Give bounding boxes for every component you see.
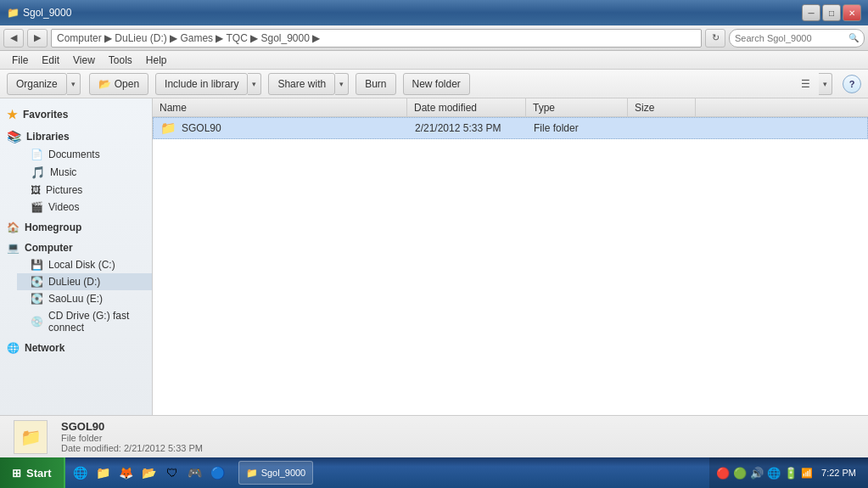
drive-d-icon: 💽 xyxy=(31,276,43,288)
start-button[interactable]: ⊞ Start xyxy=(0,457,65,488)
sidebar-network[interactable]: 🌐 Network xyxy=(0,339,152,356)
burn-button[interactable]: Burn xyxy=(356,73,395,95)
music-icon: 🎵 xyxy=(31,165,45,179)
content-area: Name Date modified Type Size 📁 SGOL90 2/… xyxy=(153,98,868,415)
col-name-header[interactable]: Name xyxy=(153,98,407,116)
refresh-button[interactable]: ↻ xyxy=(705,29,725,48)
window-icon: 📁 xyxy=(7,7,20,19)
organize-dropdown[interactable]: ▾ xyxy=(67,73,81,95)
sidebar-favorites[interactable]: ★ Favorites xyxy=(0,105,152,124)
documents-label: Documents xyxy=(48,149,100,160)
sidebar-item-drive-d[interactable]: 💽 DuLieu (D:) xyxy=(17,273,152,290)
address-path[interactable]: Computer ▶ DuLieu (D:) ▶ Games ▶ TQC ▶ S… xyxy=(51,29,702,48)
search-box[interactable]: 🔍 xyxy=(729,29,865,48)
include-in-library-button[interactable]: Include in library xyxy=(155,73,248,95)
col-type-header[interactable]: Type xyxy=(526,98,628,116)
open-button[interactable]: 📂 Open xyxy=(89,73,148,95)
sidebar-item-drive-e[interactable]: 💽 SaoLuu (E:) xyxy=(17,290,152,307)
include-label: Include in library xyxy=(165,78,238,90)
minimize-button[interactable]: ─ xyxy=(802,4,820,21)
taskbar: ⊞ Start 🌐 📁 🦊 📂 🛡 🎮 🔵 📁 Sgol_9000 🔴 🟢 🔊 … xyxy=(0,457,868,488)
app6-button[interactable]: 🎮 xyxy=(185,463,205,483)
menu-view[interactable]: View xyxy=(66,53,102,68)
sidebar-homegroup[interactable]: 🏠 Homegroup xyxy=(0,219,152,236)
sidebar-item-drive-c[interactable]: 💾 Local Disk (C:) xyxy=(17,256,152,273)
sidebar-libraries[interactable]: 📚 Libraries xyxy=(0,127,152,146)
taskbar-active-window[interactable]: 📁 Sgol_9000 xyxy=(238,461,314,485)
libraries-sub: 📄 Documents 🎵 Music 🖼 Pictures 🎬 Videos xyxy=(0,146,152,216)
close-button[interactable]: ✕ xyxy=(843,4,861,21)
status-bar: 📁 SGOL90 File folder Date modified: 2/21… xyxy=(0,415,868,457)
star-icon: ★ xyxy=(7,108,18,121)
table-row[interactable]: 📁 SGOL90 2/21/2012 5:33 PM File folder xyxy=(153,117,868,139)
menu-help[interactable]: Help xyxy=(139,53,174,68)
firefox-button[interactable]: 🦊 xyxy=(116,463,137,483)
view-toggle-button[interactable]: ☰ xyxy=(795,74,815,94)
col-date-header[interactable]: Date modified xyxy=(407,98,526,116)
ie-button[interactable]: 🌐 xyxy=(70,463,91,483)
sidebar-computer[interactable]: 💻 Computer xyxy=(0,239,152,256)
windows-icon: ⊞ xyxy=(12,467,21,480)
view-dropdown[interactable]: ▾ xyxy=(819,73,832,95)
status-item-modified: Date modified: 2/21/2012 5:33 PM xyxy=(61,443,203,453)
address-bar: ◀ ▶ Computer ▶ DuLieu (D:) ▶ Games ▶ TQC… xyxy=(0,25,868,51)
folder2-button[interactable]: 📂 xyxy=(139,463,160,483)
status-thumbnail: 📁 xyxy=(14,420,48,454)
toolbar: Organize ▾ 📂 Open Include in library ▾ S… xyxy=(0,70,868,98)
homegroup-icon: 🏠 xyxy=(7,222,20,233)
music-label: Music xyxy=(50,166,76,178)
network-label: Network xyxy=(25,342,64,354)
app5-button[interactable]: 🛡 xyxy=(162,463,182,483)
app7-button[interactable]: 🔵 xyxy=(208,463,228,483)
sidebar-item-music[interactable]: 🎵 Music xyxy=(17,163,152,182)
new-folder-button[interactable]: New folder xyxy=(403,73,470,95)
pictures-icon: 🖼 xyxy=(31,184,41,196)
menu-bar: File Edit View Tools Help xyxy=(0,51,868,70)
sidebar-item-videos[interactable]: 🎬 Videos xyxy=(17,199,152,216)
system-tray: 🔴 🟢 🔊 🌐 🔋 📶 7:22 PM xyxy=(709,457,868,488)
maximize-button[interactable]: □ xyxy=(822,4,841,21)
explorer-button[interactable]: 📁 xyxy=(93,463,114,483)
file-type-cell: File folder xyxy=(527,122,629,134)
drive-e-icon: 💽 xyxy=(31,293,43,305)
modified-value: 2/21/2012 5:33 PM xyxy=(124,443,203,453)
search-input[interactable] xyxy=(735,33,848,43)
sidebar: ★ Favorites 📚 Libraries 📄 Documents 🎵 Mu… xyxy=(0,98,153,415)
forward-button[interactable]: ▶ xyxy=(27,29,48,48)
file-name: SGOL90 xyxy=(182,122,221,134)
include-dropdown[interactable]: ▾ xyxy=(248,73,261,95)
organize-label: Organize xyxy=(16,78,58,90)
file-name-cell: 📁 SGOL90 xyxy=(154,121,408,136)
menu-file[interactable]: File xyxy=(5,53,35,68)
menu-edit[interactable]: Edit xyxy=(35,53,66,68)
drive-d-label: DuLieu (D:) xyxy=(48,276,100,288)
col-size-header[interactable]: Size xyxy=(628,98,696,116)
tray-icon-5[interactable]: 🔋 xyxy=(784,467,798,480)
computer-label: Computer xyxy=(25,242,73,254)
window-controls: ─ □ ✕ xyxy=(802,4,861,21)
sidebar-item-pictures[interactable]: 🖼 Pictures xyxy=(17,182,152,199)
sidebar-libraries-section: 📚 Libraries 📄 Documents 🎵 Music 🖼 Pictur… xyxy=(0,127,152,216)
help-button[interactable]: ? xyxy=(843,75,861,93)
toolbar-right: ☰ ▾ ? xyxy=(795,73,861,95)
share-with-button[interactable]: Share with xyxy=(268,73,335,95)
back-button[interactable]: ◀ xyxy=(3,29,24,48)
status-item-name: SGOL90 xyxy=(61,420,203,433)
search-icon: 🔍 xyxy=(848,33,859,42)
tray-icon-1[interactable]: 🔴 xyxy=(716,467,730,480)
sidebar-item-drive-g[interactable]: 💿 CD Drive (G:) fast connect xyxy=(17,307,152,336)
organize-button[interactable]: Organize xyxy=(7,73,67,95)
status-folder-icon: 📁 xyxy=(20,427,42,447)
share-dropdown[interactable]: ▾ xyxy=(335,73,349,95)
main-layout: ★ Favorites 📚 Libraries 📄 Documents 🎵 Mu… xyxy=(0,98,868,415)
tray-icon-3[interactable]: 🔊 xyxy=(750,467,764,480)
drive-c-icon: 💾 xyxy=(31,259,43,271)
library-icon: 📚 xyxy=(7,130,21,143)
tray-icon-4[interactable]: 🌐 xyxy=(767,467,781,480)
menu-tools[interactable]: Tools xyxy=(102,53,139,68)
sidebar-item-documents[interactable]: 📄 Documents xyxy=(17,146,152,163)
drives-sub: 💾 Local Disk (C:) 💽 DuLieu (D:) 💽 SaoLuu… xyxy=(0,256,152,336)
drive-c-label: Local Disk (C:) xyxy=(48,259,115,271)
videos-label: Videos xyxy=(48,201,79,213)
tray-icon-2[interactable]: 🟢 xyxy=(733,467,747,480)
